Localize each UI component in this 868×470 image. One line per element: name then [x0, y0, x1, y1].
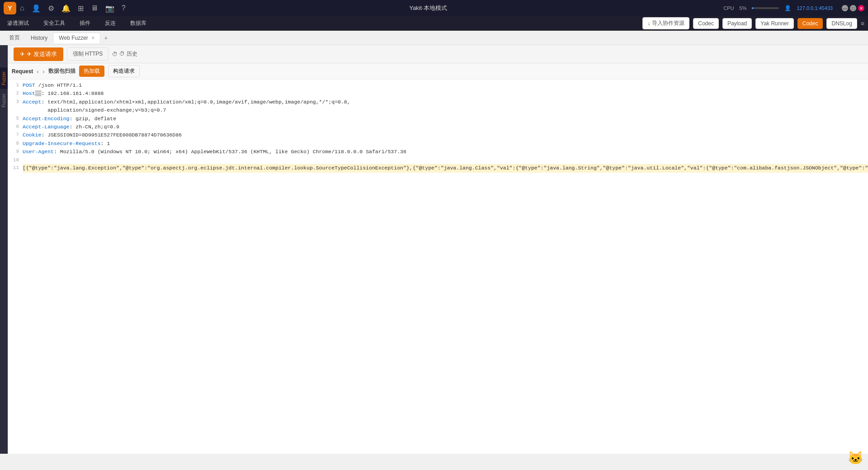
menu-item-plugins[interactable]: 插件	[76, 18, 94, 29]
code-line-8: 9 User-Agent: Mozilla/5.0 (Windows NT 10…	[8, 148, 868, 156]
menu-item-pentest[interactable]: 渗透测试	[4, 18, 33, 29]
menu-item-database[interactable]: 数据库	[127, 18, 150, 29]
cpu-bar	[752, 7, 779, 9]
code-line-4: 5 Accept-Encoding: gzip, deflate	[8, 115, 868, 123]
code-line-3b: application/signed-exchange;v=b3;q=0.7	[8, 106, 868, 114]
settings-icon[interactable]: ⚙	[48, 4, 54, 13]
history-label: ⏱ 历史	[119, 50, 137, 58]
send-label: ✈ 发送请求	[27, 50, 57, 58]
force-https-btn-label: 强制 HTTPS	[73, 51, 103, 57]
code-line-11: 11 [{"@type":"java.lang.Exception","@typ…	[8, 164, 868, 172]
bell-icon[interactable]: 🔔	[61, 4, 71, 13]
import-resources-button[interactable]: ↓ 导入协作资源	[642, 17, 689, 29]
main-layout: Fuzzer Fuzzer ⇄ MITM 🌐 Web 🌐 Web ⚡ Fuzze…	[0, 45, 868, 454]
nav-icons: ⌂ 👤 ⚙ 🔔 ⊞ 🖥 📷 ?	[20, 4, 126, 13]
content-area: ✈ ✈ 发送请求 强制 HTTPS ⏱ ⏱ 历史 Request ‹ › 数据包…	[8, 45, 868, 454]
title-right-section: CPU 5% 👤 127.0.0.1:45433 — □ ✕	[723, 5, 864, 11]
force-https-button[interactable]: 强制 HTTPS	[67, 47, 109, 61]
yak-runner-button[interactable]: Yak Runner	[755, 18, 793, 29]
request-title: Request	[12, 68, 33, 75]
request-pane-header: Request ‹ › 数据包扫描 热加载 构造请求 ⤢ ⎘ ⛶ ⋯	[8, 63, 868, 80]
history-button[interactable]: ⏱ ⏱ 历史	[112, 50, 137, 58]
code-line-2: 2 Host▒▒: 192.168.161.4:8888	[8, 89, 868, 98]
history-icon: ⏱	[112, 51, 118, 57]
settings-menu-icon[interactable]: ≡	[861, 20, 864, 27]
tab-webfuzzer[interactable]: Web Fuzzer ×	[53, 33, 100, 43]
request-pane: Request ‹ › 数据包扫描 热加载 构造请求 ⤢ ⎘ ⛶ ⋯ 1	[8, 63, 868, 454]
codec-button[interactable]: Codec	[693, 18, 719, 29]
dnslog-button[interactable]: DNSLog	[826, 18, 857, 29]
fuzzer-vtab-2[interactable]: Fuzzer	[0, 90, 8, 111]
titlebar: Y ⌂ 👤 ⚙ 🔔 ⊞ 🖥 📷 ? Yakit·本地模式 CPU 5% 👤 12…	[0, 0, 868, 16]
app-title: Yakit·本地模式	[133, 4, 724, 12]
heat-load-button[interactable]: 热加载	[79, 66, 104, 77]
code-line-3: 3 Accept: text/html,application/xhtml+xm…	[8, 98, 868, 106]
send-icon: ✈	[20, 51, 25, 57]
tab-history[interactable]: History	[25, 33, 53, 43]
fuzzer-vtab-1[interactable]: Fuzzer	[0, 68, 8, 89]
menu-item-reverse[interactable]: 反连	[101, 18, 119, 29]
request-code-area[interactable]: 1 POST /json HTTP/1.1 2 Host▒▒: 192.168.…	[8, 80, 868, 454]
page-tabs-bar: 首页 History Web Fuzzer × +	[0, 31, 868, 45]
ip-port[interactable]: 127.0.0.1:45433	[797, 5, 833, 11]
request-nav-prev[interactable]: ‹	[37, 68, 39, 75]
data-scan-label[interactable]: 数据包扫描	[48, 67, 75, 75]
code-line-empty: 10	[8, 156, 868, 164]
camera-icon[interactable]: 📷	[105, 4, 114, 13]
help-icon[interactable]: ?	[122, 4, 126, 12]
code-line-1: 1 POST /json HTTP/1.1	[8, 81, 868, 89]
cpu-fill	[752, 7, 753, 9]
grid-icon[interactable]: ⊞	[78, 4, 84, 13]
monitor-icon[interactable]: 🖥	[91, 4, 98, 12]
profile-icon[interactable]: 👤	[32, 4, 41, 13]
fuzzer-toolbar: ✈ ✈ 发送请求 强制 HTTPS ⏱ ⏱ 历史	[8, 45, 868, 63]
request-nav-next[interactable]: ›	[42, 68, 45, 75]
menu-item-security[interactable]: 安全工具	[40, 18, 69, 29]
cpu-value: 5%	[740, 5, 747, 11]
cpu-label: CPU	[723, 5, 734, 11]
add-tab-button[interactable]: +	[100, 33, 111, 43]
codec-active-button[interactable]: Codec	[797, 18, 823, 29]
close-button[interactable]: ✕	[858, 5, 864, 11]
payload-button[interactable]: Payload	[722, 18, 752, 29]
code-line-7: 8 Upgrade-Insecure-Requests: 1	[8, 140, 868, 148]
code-line-6: 7 Cookie: JSESSIONID=8D9951E527FEE008DB7…	[8, 131, 868, 139]
menubar: 渗透测试 安全工具 插件 反连 数据库 ↓ 导入协作资源 Codec Paylo…	[0, 16, 868, 31]
code-line-5: 6 Accept-Language: zh-CN,zh;q=0.9	[8, 123, 868, 131]
home-icon[interactable]: ⌂	[20, 4, 24, 12]
app-logo: Y	[4, 2, 16, 14]
corner-mascot: 🐱	[848, 451, 863, 465]
split-pane: Request ‹ › 数据包扫描 热加载 构造请求 ⤢ ⎘ ⛶ ⋯ 1	[8, 63, 868, 454]
construct-request-button[interactable]: 构造请求	[108, 65, 140, 77]
minimize-button[interactable]: —	[842, 5, 848, 11]
left-vertical-tabs: Fuzzer Fuzzer	[0, 45, 8, 454]
import-icon: ↓	[647, 20, 650, 27]
window-controls: — □ ✕	[842, 5, 864, 11]
user-avatar-icon[interactable]: 👤	[784, 5, 791, 11]
close-webfuzzer-icon[interactable]: ×	[91, 35, 94, 41]
tab-home[interactable]: 首页	[4, 32, 25, 43]
send-request-button[interactable]: ✈ ✈ 发送请求	[14, 47, 63, 61]
maximize-button[interactable]: □	[850, 5, 856, 11]
